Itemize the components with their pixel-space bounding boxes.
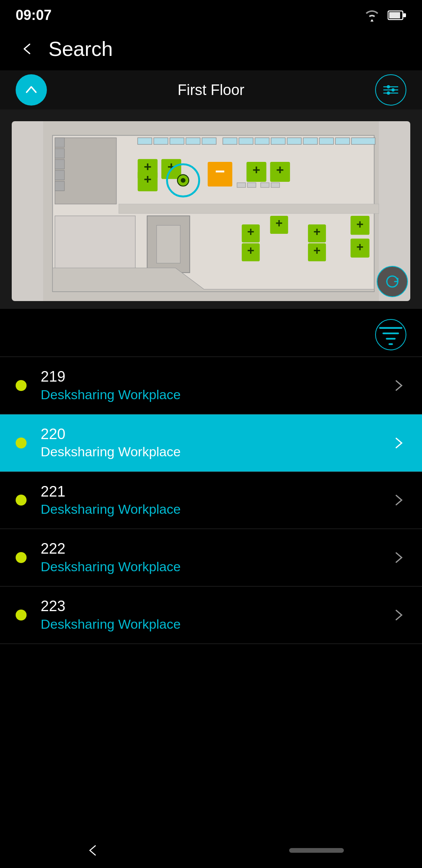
back-button[interactable]: [16, 37, 39, 61]
svg-rect-50: [237, 183, 246, 187]
svg-text:+: +: [276, 162, 284, 177]
list-item[interactable]: 220 Desksharing Workplace: [0, 414, 422, 472]
svg-rect-51: [247, 183, 256, 187]
svg-rect-17: [55, 149, 64, 158]
svg-rect-55: [157, 225, 181, 263]
floor-plan-frame[interactable]: + + + − + +: [12, 121, 410, 301]
item-number: 219: [41, 368, 391, 386]
status-dot: [16, 380, 27, 391]
svg-text:−: −: [215, 162, 225, 181]
item-type: Desksharing Workplace: [41, 615, 391, 633]
svg-rect-16: [55, 138, 64, 147]
svg-rect-34: [352, 138, 376, 144]
floor-selector: First Floor: [0, 70, 422, 109]
chevron-right-icon: [391, 492, 406, 508]
chevron-right-icon: [391, 378, 406, 393]
chevron-right-icon: [391, 550, 406, 565]
list-item-content: 221 Desksharing Workplace: [41, 483, 391, 518]
svg-rect-26: [223, 138, 237, 144]
svg-rect-1: [403, 13, 406, 17]
status-dot: [16, 495, 27, 506]
status-bar: 09:07: [0, 0, 422, 27]
list-item[interactable]: 221 Desksharing Workplace: [0, 472, 422, 529]
chevron-right-icon: [391, 435, 406, 451]
page-title: Search: [48, 37, 113, 61]
svg-rect-53: [271, 183, 280, 187]
svg-text:+: +: [313, 244, 320, 257]
status-dot: [16, 438, 27, 448]
item-number: 222: [41, 540, 391, 558]
svg-text:+: +: [356, 240, 363, 254]
svg-rect-19: [55, 170, 64, 180]
status-dot: [16, 552, 27, 563]
list-filter-button[interactable]: [375, 319, 406, 350]
chevron-right-icon: [391, 607, 406, 623]
svg-rect-20: [55, 181, 64, 191]
floor-plan-svg: + + + − + +: [12, 121, 410, 301]
status-icons: [363, 8, 406, 22]
floor-name: First Floor: [178, 82, 245, 99]
svg-text:+: +: [252, 162, 260, 177]
nav-home-pill[interactable]: [289, 848, 344, 853]
list-filter-row: [0, 313, 422, 357]
svg-rect-32: [319, 138, 333, 144]
svg-text:+: +: [356, 217, 363, 231]
wifi-icon: [363, 8, 381, 22]
svg-text:+: +: [275, 216, 283, 230]
list-item-content: 220 Desksharing Workplace: [41, 425, 391, 461]
svg-rect-71: [119, 204, 379, 213]
svg-text:+: +: [247, 244, 254, 257]
status-dot: [16, 610, 27, 621]
list-item-content: 219 Desksharing Workplace: [41, 368, 391, 403]
item-type: Desksharing Workplace: [41, 443, 391, 460]
list-item[interactable]: 223 Desksharing Workplace: [0, 586, 422, 644]
svg-rect-18: [55, 160, 64, 169]
item-type: Desksharing Workplace: [41, 386, 391, 403]
refresh-button[interactable]: [377, 266, 408, 297]
battery-icon: [388, 9, 406, 21]
svg-point-41: [181, 178, 186, 183]
item-number: 221: [41, 483, 391, 501]
svg-rect-27: [239, 138, 253, 144]
item-type: Desksharing Workplace: [41, 500, 391, 518]
svg-rect-21: [138, 138, 152, 144]
svg-rect-2: [389, 12, 400, 18]
item-type: Desksharing Workplace: [41, 558, 391, 575]
header: Search: [0, 27, 422, 70]
svg-rect-33: [335, 138, 349, 144]
svg-rect-29: [271, 138, 285, 144]
map-container: + + + − + +: [0, 109, 422, 309]
list-area: 219 Desksharing Workplace 220 Desksharin…: [0, 309, 422, 683]
svg-rect-31: [303, 138, 317, 144]
svg-rect-52: [261, 183, 269, 187]
svg-rect-25: [202, 138, 216, 144]
floor-up-button[interactable]: [16, 74, 47, 106]
svg-text:+: +: [144, 172, 152, 187]
nav-back-button[interactable]: [78, 839, 108, 861]
svg-rect-22: [154, 138, 168, 144]
status-time: 09:07: [16, 7, 52, 23]
svg-rect-30: [287, 138, 301, 144]
list-item-content: 223 Desksharing Workplace: [41, 597, 391, 633]
svg-rect-24: [186, 138, 200, 144]
item-number: 220: [41, 425, 391, 443]
svg-text:+: +: [313, 225, 320, 239]
bottom-nav: [0, 833, 422, 868]
svg-rect-23: [170, 138, 184, 144]
list-item-content: 222 Desksharing Workplace: [41, 540, 391, 575]
list-item[interactable]: 222 Desksharing Workplace: [0, 529, 422, 586]
filter-settings-button[interactable]: [375, 74, 406, 106]
svg-rect-28: [255, 138, 269, 144]
svg-text:+: +: [247, 225, 254, 239]
item-number: 223: [41, 597, 391, 615]
list-item[interactable]: 219 Desksharing Workplace: [0, 357, 422, 414]
